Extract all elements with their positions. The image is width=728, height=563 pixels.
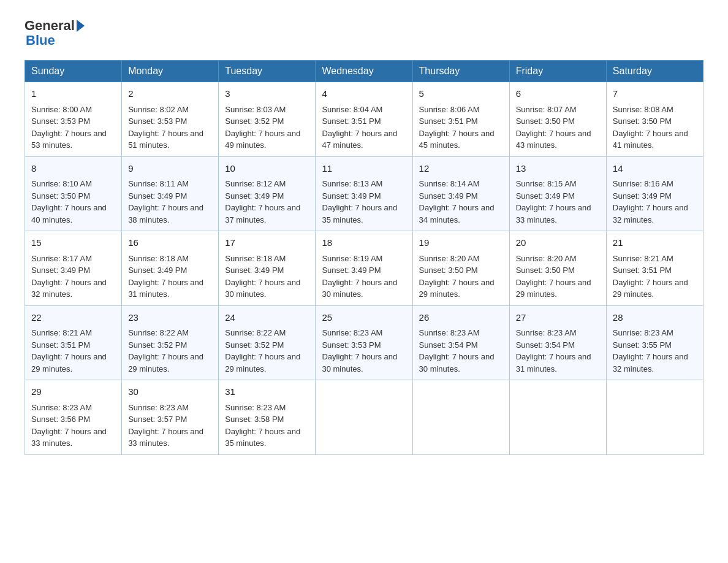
logo: General Blue [25, 18, 85, 48]
sunset-info: Sunset: 3:51 PM [613, 266, 672, 275]
day-number: 16 [128, 236, 212, 250]
sunset-info: Sunset: 3:49 PM [613, 191, 672, 201]
daylight-info: Daylight: 7 hours and 45 minutes. [419, 129, 495, 150]
daylight-info: Daylight: 7 hours and 32 minutes. [613, 203, 688, 224]
calendar-day-cell [316, 380, 412, 455]
daylight-info: Daylight: 7 hours and 30 minutes. [322, 352, 397, 373]
calendar-day-cell: 8 Sunrise: 8:10 AM Sunset: 3:50 PM Dayli… [25, 156, 122, 231]
daylight-info: Daylight: 7 hours and 34 minutes. [419, 203, 495, 224]
day-number: 9 [128, 162, 212, 176]
sunset-info: Sunset: 3:52 PM [128, 340, 187, 350]
sunset-info: Sunset: 3:56 PM [31, 415, 90, 424]
day-number: 8 [31, 162, 115, 176]
sunset-info: Sunset: 3:57 PM [128, 415, 187, 424]
calendar-day-cell: 4 Sunrise: 8:04 AM Sunset: 3:51 PM Dayli… [316, 82, 412, 157]
sunrise-info: Sunrise: 8:10 AM [31, 179, 92, 188]
day-of-week-header: Wednesday [316, 61, 412, 82]
sunrise-info: Sunrise: 8:17 AM [31, 254, 92, 263]
day-number: 10 [225, 162, 309, 176]
sunrise-info: Sunrise: 8:21 AM [31, 328, 92, 337]
sunrise-info: Sunrise: 8:16 AM [613, 179, 673, 188]
calendar-day-cell: 3 Sunrise: 8:03 AM Sunset: 3:52 PM Dayli… [219, 82, 316, 157]
day-of-week-header: Monday [122, 61, 219, 82]
day-number: 5 [419, 87, 503, 101]
day-number: 28 [613, 311, 697, 325]
daylight-info: Daylight: 7 hours and 29 minutes. [613, 278, 688, 299]
sunrise-info: Sunrise: 8:23 AM [419, 328, 480, 337]
sunrise-info: Sunrise: 8:06 AM [419, 105, 480, 114]
day-number: 15 [31, 236, 115, 250]
day-number: 7 [613, 87, 697, 101]
daylight-info: Daylight: 7 hours and 29 minutes. [128, 352, 203, 373]
calendar-day-cell: 9 Sunrise: 8:11 AM Sunset: 3:49 PM Dayli… [122, 156, 219, 231]
sunset-info: Sunset: 3:55 PM [613, 340, 672, 350]
sunrise-info: Sunrise: 8:19 AM [322, 254, 382, 263]
day-number: 2 [128, 87, 212, 101]
daylight-info: Daylight: 7 hours and 47 minutes. [322, 129, 397, 150]
day-number: 31 [225, 385, 309, 399]
daylight-info: Daylight: 7 hours and 29 minutes. [419, 278, 495, 299]
calendar-day-cell: 17 Sunrise: 8:18 AM Sunset: 3:49 PM Dayl… [219, 231, 316, 306]
logo-arrow-icon [77, 20, 85, 32]
calendar-day-cell: 11 Sunrise: 8:13 AM Sunset: 3:49 PM Dayl… [316, 156, 412, 231]
daylight-info: Daylight: 7 hours and 51 minutes. [128, 129, 203, 150]
sunset-info: Sunset: 3:53 PM [128, 117, 187, 126]
calendar-day-cell: 21 Sunrise: 8:21 AM Sunset: 3:51 PM Dayl… [606, 231, 703, 306]
daylight-info: Daylight: 7 hours and 43 minutes. [516, 129, 591, 150]
sunrise-info: Sunrise: 8:14 AM [419, 179, 480, 188]
sunrise-info: Sunrise: 8:03 AM [225, 105, 286, 114]
sunrise-info: Sunrise: 8:15 AM [516, 179, 577, 188]
calendar-day-cell: 31 Sunrise: 8:23 AM Sunset: 3:58 PM Dayl… [219, 380, 316, 455]
day-number: 17 [225, 236, 309, 250]
sunset-info: Sunset: 3:53 PM [322, 340, 381, 350]
logo-blue-text: Blue [26, 33, 85, 48]
day-number: 24 [225, 311, 309, 325]
calendar-day-cell [606, 380, 703, 455]
day-number: 4 [322, 87, 406, 101]
sunrise-info: Sunrise: 8:02 AM [128, 105, 189, 114]
daylight-info: Daylight: 7 hours and 32 minutes. [31, 278, 107, 299]
daylight-info: Daylight: 7 hours and 31 minutes. [128, 278, 203, 299]
daylight-info: Daylight: 7 hours and 37 minutes. [225, 203, 300, 224]
calendar-day-cell: 16 Sunrise: 8:18 AM Sunset: 3:49 PM Dayl… [122, 231, 219, 306]
day-number: 11 [322, 162, 406, 176]
calendar-day-cell: 27 Sunrise: 8:23 AM Sunset: 3:54 PM Dayl… [509, 305, 606, 380]
daylight-info: Daylight: 7 hours and 29 minutes. [516, 278, 591, 299]
sunset-info: Sunset: 3:49 PM [516, 191, 575, 201]
calendar-day-cell: 26 Sunrise: 8:23 AM Sunset: 3:54 PM Dayl… [412, 305, 509, 380]
calendar-header-row: SundayMondayTuesdayWednesdayThursdayFrid… [25, 61, 703, 82]
day-number: 6 [516, 87, 600, 101]
sunrise-info: Sunrise: 8:21 AM [613, 254, 673, 263]
calendar-day-cell: 28 Sunrise: 8:23 AM Sunset: 3:55 PM Dayl… [606, 305, 703, 380]
daylight-info: Daylight: 7 hours and 35 minutes. [225, 427, 300, 448]
calendar-week-row: 22 Sunrise: 8:21 AM Sunset: 3:51 PM Dayl… [25, 305, 703, 380]
calendar-day-cell: 6 Sunrise: 8:07 AM Sunset: 3:50 PM Dayli… [509, 82, 606, 157]
sunset-info: Sunset: 3:51 PM [31, 340, 90, 350]
day-number: 1 [31, 87, 115, 101]
sunrise-info: Sunrise: 8:13 AM [322, 179, 382, 188]
sunset-info: Sunset: 3:49 PM [322, 266, 381, 275]
sunrise-info: Sunrise: 8:20 AM [419, 254, 480, 263]
sunrise-info: Sunrise: 8:11 AM [128, 179, 189, 188]
sunset-info: Sunset: 3:51 PM [322, 117, 381, 126]
calendar-day-cell: 25 Sunrise: 8:23 AM Sunset: 3:53 PM Dayl… [316, 305, 412, 380]
sunset-info: Sunset: 3:50 PM [419, 266, 478, 275]
day-number: 12 [419, 162, 503, 176]
sunset-info: Sunset: 3:49 PM [225, 191, 284, 201]
daylight-info: Daylight: 7 hours and 30 minutes. [322, 278, 397, 299]
day-number: 18 [322, 236, 406, 250]
sunset-info: Sunset: 3:51 PM [419, 117, 478, 126]
day-of-week-header: Friday [509, 61, 606, 82]
day-number: 22 [31, 311, 115, 325]
day-number: 14 [613, 162, 697, 176]
daylight-info: Daylight: 7 hours and 32 minutes. [613, 352, 688, 373]
day-number: 19 [419, 236, 503, 250]
sunrise-info: Sunrise: 8:23 AM [516, 328, 577, 337]
daylight-info: Daylight: 7 hours and 38 minutes. [128, 203, 203, 224]
sunset-info: Sunset: 3:50 PM [31, 191, 90, 201]
calendar-day-cell: 18 Sunrise: 8:19 AM Sunset: 3:49 PM Dayl… [316, 231, 412, 306]
day-number: 30 [128, 385, 212, 399]
sunset-info: Sunset: 3:50 PM [516, 266, 575, 275]
calendar-day-cell: 22 Sunrise: 8:21 AM Sunset: 3:51 PM Dayl… [25, 305, 122, 380]
sunset-info: Sunset: 3:49 PM [128, 266, 187, 275]
